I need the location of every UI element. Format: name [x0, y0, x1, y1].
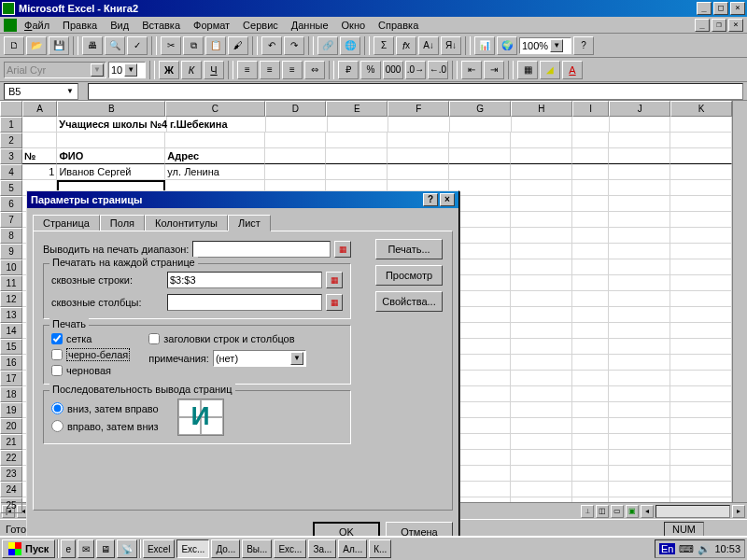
- cell[interactable]: Учащиеся школы №4 г.Шебекина: [57, 117, 167, 133]
- cell[interactable]: [670, 180, 732, 196]
- mdi-close[interactable]: ×: [728, 19, 743, 32]
- row-header[interactable]: 10: [0, 259, 22, 275]
- cell[interactable]: [265, 148, 327, 164]
- cell[interactable]: [572, 497, 609, 502]
- cell[interactable]: [449, 164, 511, 180]
- cell[interactable]: [572, 228, 609, 244]
- cell[interactable]: [609, 482, 670, 497]
- col-header-B[interactable]: B: [57, 101, 165, 117]
- row-header[interactable]: 22: [0, 450, 22, 466]
- cell[interactable]: [511, 133, 572, 148]
- cell[interactable]: [326, 133, 388, 148]
- dec-indent-icon[interactable]: ⇤: [461, 61, 482, 79]
- cell[interactable]: 1: [22, 164, 57, 180]
- cell[interactable]: [572, 482, 609, 497]
- row-header[interactable]: 15: [0, 339, 22, 355]
- hyperlink-icon[interactable]: 🔗: [317, 36, 338, 55]
- lang-indicator[interactable]: En: [659, 543, 675, 554]
- row-header[interactable]: 18: [0, 386, 22, 402]
- autosum-icon[interactable]: Σ: [374, 36, 394, 55]
- cell[interactable]: [609, 355, 670, 371]
- cell[interactable]: [670, 244, 732, 259]
- down-over-radio[interactable]: вниз, затем вправо: [51, 402, 159, 414]
- cell[interactable]: [449, 148, 511, 164]
- cell[interactable]: [388, 148, 449, 164]
- borders-icon[interactable]: ▦: [517, 61, 538, 79]
- chart-icon[interactable]: 📊: [474, 36, 495, 55]
- cell[interactable]: [572, 133, 609, 148]
- menu-help[interactable]: Справка: [373, 19, 424, 32]
- tray-icon[interactable]: ⌨: [679, 543, 694, 555]
- print-button[interactable]: Печать...: [375, 239, 443, 259]
- col-header-F[interactable]: F: [388, 101, 449, 117]
- fill-color-icon[interactable]: ◢: [540, 61, 560, 79]
- inc-indent-icon[interactable]: ⇥: [484, 61, 504, 79]
- dialog-help-button[interactable]: ?: [423, 193, 438, 206]
- cell[interactable]: [670, 291, 732, 307]
- map-icon[interactable]: 🌍: [497, 36, 517, 55]
- cell[interactable]: [609, 291, 670, 307]
- menu-edit[interactable]: Правка: [57, 19, 103, 32]
- cell[interactable]: [511, 466, 572, 482]
- cell[interactable]: [572, 386, 609, 402]
- row-header[interactable]: 7: [0, 212, 22, 228]
- preview-button[interactable]: Просмотр: [375, 265, 443, 286]
- cell[interactable]: [670, 482, 732, 497]
- cell[interactable]: ул. Ленина: [165, 164, 264, 180]
- row-header[interactable]: 12: [0, 291, 22, 307]
- row-header[interactable]: 8: [0, 228, 22, 244]
- row-header[interactable]: 17: [0, 371, 22, 386]
- cell[interactable]: [670, 418, 732, 434]
- clock[interactable]: 10:53: [714, 543, 740, 554]
- cell[interactable]: [511, 482, 572, 497]
- cell[interactable]: [670, 275, 732, 291]
- dialog-titlebar[interactable]: Параметры страницы ? ×: [27, 191, 458, 208]
- tool-b[interactable]: ◫: [596, 505, 609, 518]
- cell[interactable]: [511, 450, 572, 466]
- cell[interactable]: [511, 291, 572, 307]
- minimize-button[interactable]: _: [697, 2, 712, 15]
- tab-page[interactable]: Страница: [33, 215, 100, 231]
- row-header[interactable]: 25: [0, 497, 22, 513]
- cell[interactable]: [328, 117, 389, 133]
- hscroll-left[interactable]: ◂: [641, 505, 654, 518]
- row-header[interactable]: 11: [0, 275, 22, 291]
- cell[interactable]: [511, 244, 572, 259]
- sort-asc-icon[interactable]: A↓: [418, 36, 439, 55]
- cell[interactable]: [670, 339, 732, 355]
- cell[interactable]: [511, 323, 572, 339]
- new-icon[interactable]: 🗋: [4, 36, 24, 55]
- cell[interactable]: №: [22, 148, 57, 164]
- col-header-D[interactable]: D: [265, 101, 327, 117]
- cell[interactable]: [572, 307, 609, 323]
- cell[interactable]: [572, 244, 609, 259]
- cell[interactable]: [609, 228, 670, 244]
- cell[interactable]: [511, 259, 572, 275]
- print-icon[interactable]: 🖶: [82, 36, 103, 55]
- row-header[interactable]: 5: [0, 180, 22, 196]
- cell[interactable]: [511, 386, 572, 402]
- cell[interactable]: [609, 244, 670, 259]
- cell[interactable]: [609, 450, 670, 466]
- cell[interactable]: [609, 180, 670, 196]
- cell[interactable]: [670, 117, 732, 133]
- menu-tools[interactable]: Сервис: [237, 19, 284, 32]
- cell[interactable]: [511, 371, 572, 386]
- cut-icon[interactable]: ✂: [161, 36, 181, 55]
- col-header-G[interactable]: G: [449, 101, 511, 117]
- cell[interactable]: [572, 371, 609, 386]
- cell[interactable]: [670, 196, 732, 212]
- cell[interactable]: [512, 117, 573, 133]
- cell[interactable]: [670, 307, 732, 323]
- rowcol-headers-checkbox[interactable]: заголовки строк и столбцов: [148, 333, 306, 344]
- cell[interactable]: [670, 371, 732, 386]
- cell[interactable]: [572, 212, 609, 228]
- undo-icon[interactable]: ↶: [261, 36, 282, 55]
- cell[interactable]: [326, 164, 388, 180]
- dialog-close-button[interactable]: ×: [440, 193, 455, 206]
- align-center-icon[interactable]: ≡: [260, 61, 280, 79]
- cell[interactable]: [609, 275, 670, 291]
- format-painter-icon[interactable]: 🖌: [228, 36, 248, 55]
- font-color-icon[interactable]: A: [562, 61, 583, 79]
- menu-view[interactable]: Вид: [105, 19, 134, 32]
